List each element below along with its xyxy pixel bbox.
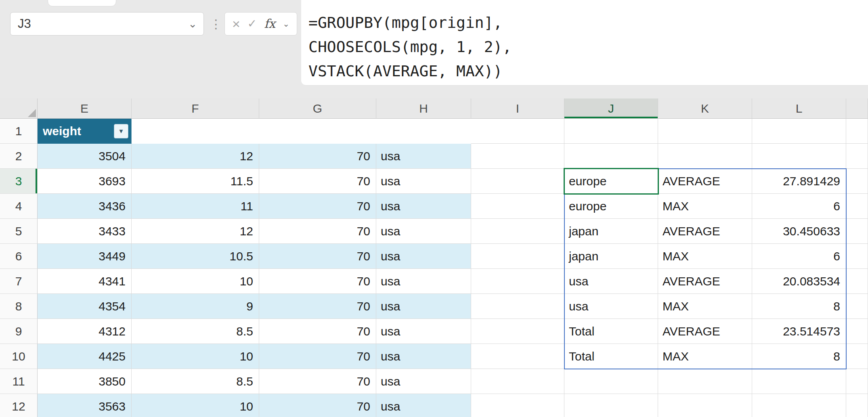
cell-H5[interactable]: usa	[376, 219, 471, 244]
cell-J9[interactable]: Total	[564, 319, 658, 344]
cell-I2[interactable]	[471, 144, 564, 169]
row-header-12[interactable]: 12	[0, 394, 38, 417]
name-box[interactable]: J3 ⌄	[10, 12, 204, 36]
cell-H8[interactable]: usa	[376, 294, 471, 319]
cell-G2[interactable]: 70	[259, 144, 376, 169]
cell-G4[interactable]: 70	[259, 194, 376, 219]
cell-K7[interactable]: AVERAGE	[658, 269, 752, 294]
cell-F11[interactable]: 8.5	[132, 369, 259, 394]
more-options-icon[interactable]: ⋮	[209, 12, 223, 36]
cell-H2[interactable]: usa	[376, 144, 471, 169]
cell-K6[interactable]: MAX	[658, 244, 752, 269]
cell-G5[interactable]: 70	[259, 219, 376, 244]
cell-G6[interactable]: 70	[259, 244, 376, 269]
column-header-H[interactable]: H	[376, 98, 471, 119]
cell-F8[interactable]: 9	[132, 294, 259, 319]
cell-G12[interactable]: 70	[259, 394, 376, 417]
cell-E5[interactable]: 3433	[38, 219, 132, 244]
cell-K11[interactable]	[658, 369, 752, 394]
cell-F9[interactable]: 8.5	[132, 319, 259, 344]
cell-E10[interactable]: 4425	[38, 344, 132, 369]
cell-I3[interactable]	[471, 169, 564, 194]
cell-H3[interactable]: usa	[376, 169, 471, 194]
cell-L6[interactable]: 6	[752, 244, 846, 269]
cell-G7[interactable]: 70	[259, 269, 376, 294]
cell-G11[interactable]: 70	[259, 369, 376, 394]
column-header-I[interactable]: I	[471, 98, 564, 119]
formula-bar[interactable]: =GROUPBY(mpg[origin], CHOOSECOLS(mpg, 1,…	[301, 0, 868, 86]
cell-I11[interactable]	[471, 369, 564, 394]
cell-E1[interactable]: weight▼	[38, 119, 132, 144]
cell-H4[interactable]: usa	[376, 194, 471, 219]
row-header-5[interactable]: 5	[0, 219, 38, 244]
cell-M3[interactable]	[846, 169, 868, 194]
cell-J1[interactable]	[564, 119, 658, 144]
cell-H12[interactable]: usa	[376, 394, 471, 417]
cell-I6[interactable]	[471, 244, 564, 269]
cell-K1[interactable]	[658, 119, 752, 144]
cell-I9[interactable]	[471, 319, 564, 344]
cell-M1[interactable]	[846, 119, 868, 144]
cell-J6[interactable]: japan	[564, 244, 658, 269]
cell-L9[interactable]: 23.514573	[752, 319, 846, 344]
cell-E11[interactable]: 3850	[38, 369, 132, 394]
cell-L1[interactable]	[752, 119, 846, 144]
row-header-4[interactable]: 4	[0, 194, 38, 219]
cell-K10[interactable]: MAX	[658, 344, 752, 369]
cell-K9[interactable]: AVERAGE	[658, 319, 752, 344]
cell-E4[interactable]: 3436	[38, 194, 132, 219]
cell-M6[interactable]	[846, 244, 868, 269]
cell-G8[interactable]: 70	[259, 294, 376, 319]
filter-button-weight[interactable]: ▼	[114, 124, 128, 138]
cell-I5[interactable]	[471, 219, 564, 244]
row-header-1[interactable]: 1	[0, 119, 38, 144]
cell-H6[interactable]: usa	[376, 244, 471, 269]
cell-F7[interactable]: 10	[132, 269, 259, 294]
cell-K2[interactable]	[658, 144, 752, 169]
column-header-G[interactable]: G	[259, 98, 376, 119]
row-header-7[interactable]: 7	[0, 269, 38, 294]
cell-L11[interactable]	[752, 369, 846, 394]
cell-G3[interactable]: 70	[259, 169, 376, 194]
cell-E6[interactable]: 3449	[38, 244, 132, 269]
cell-G9[interactable]: 70	[259, 319, 376, 344]
cell-G10[interactable]: 70	[259, 344, 376, 369]
cell-F10[interactable]: 10	[132, 344, 259, 369]
row-header-2[interactable]: 2	[0, 144, 38, 169]
cell-E7[interactable]: 4341	[38, 269, 132, 294]
cell-F2[interactable]: 12	[132, 144, 259, 169]
column-header-K[interactable]: K	[658, 98, 752, 119]
cell-L12[interactable]	[752, 394, 846, 417]
cell-M11[interactable]	[846, 369, 868, 394]
cell-I1[interactable]	[471, 119, 564, 144]
cell-M8[interactable]	[846, 294, 868, 319]
cell-J3[interactable]: europe	[564, 169, 658, 194]
cell-E3[interactable]: 3693	[38, 169, 132, 194]
cell-E9[interactable]: 4312	[38, 319, 132, 344]
cell-L2[interactable]	[752, 144, 846, 169]
cell-F12[interactable]: 10	[132, 394, 259, 417]
cell-H7[interactable]: usa	[376, 269, 471, 294]
cell-J5[interactable]: japan	[564, 219, 658, 244]
row-header-9[interactable]: 9	[0, 319, 38, 344]
chevron-down-icon[interactable]: ⌄	[283, 20, 289, 28]
column-header-F[interactable]: F	[132, 98, 259, 119]
cell-L3[interactable]: 27.891429	[752, 169, 846, 194]
select-all-corner[interactable]	[0, 98, 38, 119]
cell-I7[interactable]	[471, 269, 564, 294]
cell-K3[interactable]: AVERAGE	[658, 169, 752, 194]
cell-K12[interactable]	[658, 394, 752, 417]
cell-M4[interactable]	[846, 194, 868, 219]
column-header-J[interactable]: J	[564, 98, 658, 119]
chevron-down-icon[interactable]: ⌄	[188, 19, 203, 29]
cell-I10[interactable]	[471, 344, 564, 369]
cancel-icon[interactable]: ×	[232, 17, 240, 31]
cell-H11[interactable]: usa	[376, 369, 471, 394]
cell-H10[interactable]: usa	[376, 344, 471, 369]
cell-I12[interactable]	[471, 394, 564, 417]
row-header-10[interactable]: 10	[0, 344, 38, 369]
cell-L4[interactable]: 6	[752, 194, 846, 219]
row-header-8[interactable]: 8	[0, 294, 38, 319]
cell-I4[interactable]	[471, 194, 564, 219]
cell-M12[interactable]	[846, 394, 868, 417]
